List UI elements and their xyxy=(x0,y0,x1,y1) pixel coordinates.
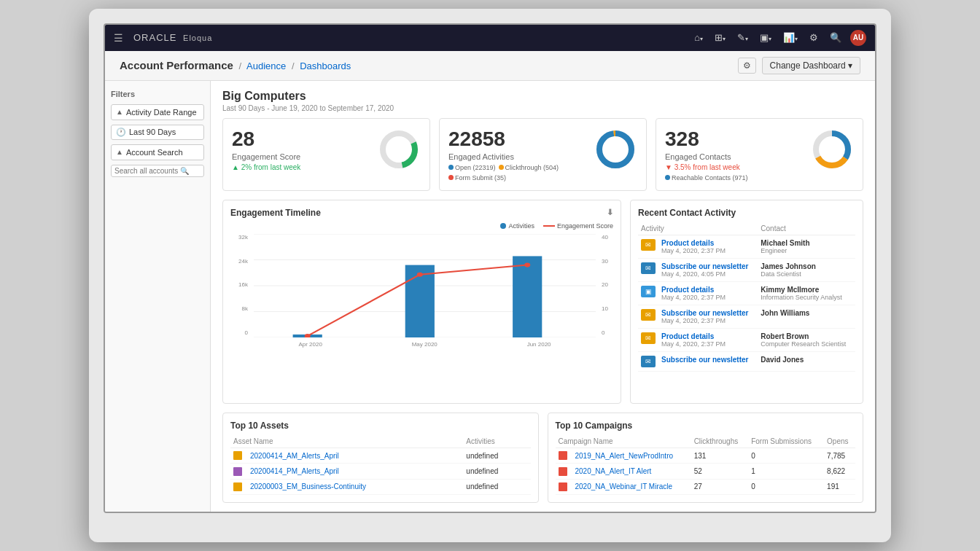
campaign-name-cell[interactable]: 2020_NA_Webinar_IT Miracle xyxy=(572,479,691,494)
account-search-filter[interactable]: ▲ Account Search xyxy=(111,144,204,160)
asset-type-icon xyxy=(233,482,242,491)
contact-name[interactable]: Kimmy McIlmore xyxy=(761,286,852,294)
contact-activity-cell: Product details May 4, 2020, 2:37 PM xyxy=(658,235,758,258)
hamburger-icon[interactable]: ☰ xyxy=(114,32,123,44)
asset-name-header: Asset Name xyxy=(230,435,463,448)
asset-name-cell[interactable]: 20200414_AM_Alerts_April xyxy=(247,448,463,463)
edit-icon[interactable]: ✎▾ xyxy=(734,31,751,44)
account-search-box[interactable]: 🔍 xyxy=(111,165,204,177)
asset-icon-cell xyxy=(230,448,247,463)
contact-info-cell: James Johnson Data Scientist xyxy=(758,258,855,281)
contact-info-cell: Michael Smith Engineer xyxy=(758,235,855,258)
contact-info-cell: David Jones xyxy=(758,351,855,371)
contact-name[interactable]: John Williams xyxy=(761,309,852,317)
contact-name[interactable]: Michael Smith xyxy=(761,239,852,247)
filter-value-label: Last 90 Days xyxy=(129,128,176,136)
filter-label: Activity Date Range xyxy=(126,108,197,117)
activity-date: May 4, 2020, 2:37 PM xyxy=(661,247,755,254)
user-avatar[interactable]: AU xyxy=(850,30,866,46)
contact-name[interactable]: Robert Brown xyxy=(761,332,852,340)
activity-date: May 4, 2020, 4:05 PM xyxy=(661,270,755,278)
sidebar: Filters ▲ Activity Date Range 🕐 Last 90 … xyxy=(105,81,211,512)
y-axis-left: 32k24k16k8k0 xyxy=(230,234,251,336)
audience-crumb[interactable]: Audience xyxy=(246,60,286,71)
contact-icon-cell: ✉ xyxy=(638,351,658,371)
campaign-row: 2020_NA_Webinar_IT Miracle 27 0 191 xyxy=(556,479,856,494)
engagement-score-change: ▲ 2% from last week xyxy=(232,163,368,171)
svg-point-3 xyxy=(599,133,631,165)
chart-legend: Activities Engagement Score xyxy=(230,222,613,230)
activity-date: May 4, 2020, 2:37 PM xyxy=(661,317,755,324)
activity-name[interactable]: Subscribe our newsletter xyxy=(661,309,755,317)
account-search-input[interactable] xyxy=(114,167,180,175)
company-header: Big Computers Last 90 Days - June 19, 20… xyxy=(222,90,863,112)
breadcrumb-bar: Account Performance / Audience / Dashboa… xyxy=(105,51,875,81)
change-dashboard-button[interactable]: Change Dashboard ▾ xyxy=(762,57,860,74)
top-navigation: ☰ ORACLE Eloqua ⌂▾ ⊞▾ ✎▾ ▣▾ 📊▾ ⚙ 🔍 AU xyxy=(105,25,875,51)
engaged-contacts-card: 328 Engaged Contacts ▼ 3.5% from last we… xyxy=(656,118,863,191)
assets-title: Top 10 Assets xyxy=(230,421,531,431)
campaign-icon-cell xyxy=(556,464,572,479)
campaign-name-header: Campaign Name xyxy=(556,435,691,448)
dashboards-crumb[interactable]: Dashboards xyxy=(300,60,351,71)
dashboard-settings-button[interactable]: ⚙ xyxy=(738,58,756,74)
engagement-score-card: 28 Engagement Score ▲ 2% from last week xyxy=(222,118,430,191)
campaign-row: 2019_NA_Alert_NewProdIntro 131 0 7,785 xyxy=(556,448,856,463)
clock-icon: 🕐 xyxy=(116,128,126,137)
engagement-score-value: 28 xyxy=(232,128,368,151)
grid-icon[interactable]: ⊞▾ xyxy=(712,31,728,44)
campaign-name-cell[interactable]: 2020_NA_Alert_IT Alert xyxy=(572,464,691,479)
contact-role: Engineer xyxy=(761,247,852,254)
activity-type-icon: ✉ xyxy=(641,309,656,321)
campaign-type-icon xyxy=(559,467,567,476)
activity-name[interactable]: Product details xyxy=(661,286,755,294)
contact-activity-table: Activity Contact ✉ Product details May 4… xyxy=(638,222,855,372)
opens-header: Opens xyxy=(824,435,855,448)
engaged-activities-value: 22858 xyxy=(448,128,585,151)
bar-chart-svg xyxy=(254,234,596,337)
nav-left: ☰ ORACLE Eloqua xyxy=(114,32,212,44)
settings-icon[interactable]: ⚙ xyxy=(806,31,821,44)
contact-icon-cell: ✉ xyxy=(638,305,658,328)
contact-row: ✉ Product details May 4, 2020, 2:37 PM R… xyxy=(638,328,855,351)
activity-name[interactable]: Subscribe our newsletter xyxy=(661,356,755,364)
svg-point-14 xyxy=(417,273,423,277)
asset-icon[interactable]: ▣▾ xyxy=(757,31,774,44)
campaign-opens-cell: 191 xyxy=(824,479,855,494)
contact-name[interactable]: David Jones xyxy=(761,356,852,364)
timeline-title: Engagement Timeline ⬇ xyxy=(230,208,613,218)
activities-legend: Open (22319) Clickthrough (504) Form Sub… xyxy=(448,164,585,181)
campaign-type-icon xyxy=(559,482,567,491)
sep2: / xyxy=(292,60,295,71)
oracle-logo: ORACLE Eloqua xyxy=(131,32,212,43)
metric-text-2: 22858 Engaged Activities Open (22319) Cl… xyxy=(448,128,585,181)
campaign-icon-cell xyxy=(556,479,572,494)
asset-type-icon xyxy=(233,451,242,460)
engaged-contacts-value: 328 xyxy=(665,128,801,151)
campaign-name-cell[interactable]: 2019_NA_Alert_NewProdIntro xyxy=(572,448,691,463)
engagement-score-label: Engagement Score xyxy=(232,152,368,161)
last-90-days-value[interactable]: 🕐 Last 90 Days xyxy=(111,125,204,140)
search-icon[interactable]: 🔍 xyxy=(827,31,844,44)
download-icon[interactable]: ⬇ xyxy=(607,208,613,217)
contact-activity-cell: Subscribe our newsletter May 4, 2020, 4:… xyxy=(658,258,758,281)
home-icon[interactable]: ⌂▾ xyxy=(691,31,706,44)
asset-name-cell[interactable]: 20200003_EM_Business-Continuity xyxy=(247,479,463,494)
chart-icon[interactable]: 📊▾ xyxy=(780,31,801,44)
campaign-clicks-cell: 131 xyxy=(691,448,749,463)
campaigns-table: Campaign Name Clickthroughs Form Submiss… xyxy=(556,435,856,495)
breadcrumb-actions: ⚙ Change Dashboard ▾ xyxy=(738,57,860,74)
contact-name[interactable]: James Johnson xyxy=(761,262,852,270)
filters-title: Filters xyxy=(111,90,204,98)
activity-date-range-filter[interactable]: ▲ Activity Date Range xyxy=(111,104,204,120)
activity-name[interactable]: Subscribe our newsletter xyxy=(661,262,755,270)
activity-name[interactable]: Product details xyxy=(661,332,755,340)
contact-row: ✉ Subscribe our newsletter David Jones xyxy=(638,351,855,371)
campaign-clicks-cell: 27 xyxy=(691,479,749,494)
company-dates: Last 90 Days - June 19, 2020 to Septembe… xyxy=(222,104,863,112)
contact-row: ✉ Subscribe our newsletter May 4, 2020, … xyxy=(638,258,855,281)
activity-name[interactable]: Product details xyxy=(661,239,755,247)
campaign-forms-cell: 1 xyxy=(748,464,824,479)
asset-name-cell[interactable]: 20200414_PM_Alerts_April xyxy=(247,464,463,479)
campaign-row: 2020_NA_Alert_IT Alert 52 1 8,622 xyxy=(556,464,856,479)
